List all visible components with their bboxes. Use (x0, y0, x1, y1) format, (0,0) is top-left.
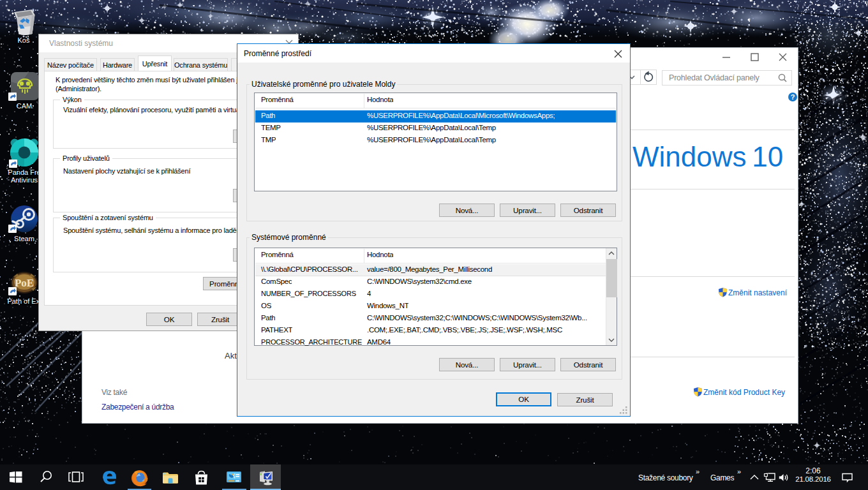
svg-text:PoE: PoE (15, 277, 34, 289)
